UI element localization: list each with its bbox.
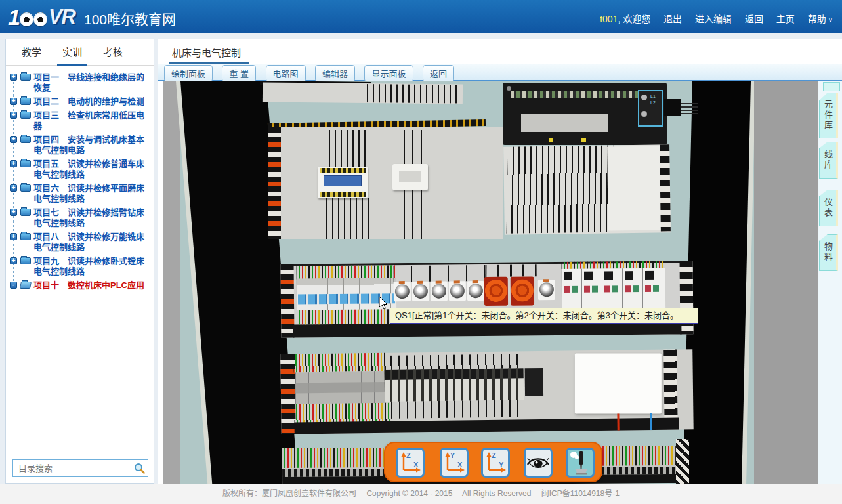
pushbutton[interactable] (467, 281, 484, 301)
terminal-blocks (385, 368, 524, 402)
expand-icon[interactable]: + (10, 74, 17, 81)
screw-terminal (641, 94, 647, 100)
pushbutton[interactable] (431, 282, 448, 301)
wires (322, 198, 370, 239)
tab-assessment[interactable]: 考核 (98, 45, 128, 64)
search-input[interactable] (12, 459, 148, 477)
screwdriver-icon (568, 450, 593, 476)
psu-label-l1: L1 (650, 94, 656, 98)
tree-item-project5[interactable]: +项目五 识读并检修普通车床电气控制线路 (10, 159, 150, 180)
wires (396, 190, 425, 239)
back-link[interactable]: 返回 (745, 14, 763, 24)
pushbutton[interactable] (394, 282, 411, 301)
plc-module: L1 L2 (503, 83, 667, 145)
enter-edit-link[interactable]: 进入编辑 (695, 14, 732, 24)
cabinet-black-column-right (683, 81, 751, 484)
emergency-stop-button[interactable] (511, 276, 534, 305)
expand-icon[interactable]: + (10, 184, 17, 192)
home-link[interactable]: 主页 (776, 14, 795, 24)
screw-terminal (641, 111, 647, 117)
view-zx-button[interactable]: Z X (396, 448, 425, 478)
svg-text:Z: Z (406, 452, 411, 459)
logout-link[interactable]: 退出 (663, 14, 682, 24)
scene-toolbar: 绘制面板 重 置 电路图 编辑器 显示面板 返回 (158, 64, 842, 81)
expand-icon[interactable]: + (10, 209, 17, 216)
tool-view-button[interactable] (566, 448, 595, 478)
display-panel-button[interactable]: 显示面板 (364, 65, 413, 82)
emergency-stop-button[interactable] (484, 277, 508, 306)
tree-item-project6[interactable]: +项目六 识读并检修平面磨床电气控制线路 (10, 183, 150, 204)
footer: 版权所有：厦门凤凰创壹软件有限公司 Copyright © 2014 - 201… (0, 484, 842, 504)
view-zy-button[interactable]: Z Y (481, 448, 510, 478)
led-indicator (549, 138, 553, 142)
small-relay (525, 368, 544, 396)
site-name: 100唯尔教育网 (84, 9, 176, 28)
screw (507, 86, 511, 91)
svg-text:X: X (413, 461, 419, 469)
expand-icon[interactable]: + (10, 98, 17, 105)
shelf-wires (362, 84, 461, 104)
eye-view-button[interactable] (524, 448, 553, 478)
pushbutton[interactable] (412, 282, 429, 301)
wire-duct (676, 439, 689, 484)
main-panel: 机床与电气控制 绘制面板 重 置 电路图 编辑器 显示面板 返回 (158, 39, 842, 484)
expand-icon[interactable]: + (10, 160, 17, 167)
tab-instruments[interactable]: 仪表 (819, 190, 838, 226)
expand-icon[interactable]: + (10, 136, 17, 143)
tab-stub[interactable] (823, 82, 840, 91)
sidebar-tabs: 教学 实训 考核 (6, 39, 154, 66)
chevron-down-icon[interactable]: ∨ (828, 16, 833, 24)
header-links: t001, 欢迎您 退出 进入编辑 返回 主页 帮助∨ (600, 12, 833, 25)
folder-icon (20, 136, 31, 143)
plc-wires (507, 145, 614, 233)
expand-icon[interactable]: + (10, 257, 17, 264)
tab-wire-library[interactable]: 线库 (819, 142, 838, 178)
logo[interactable]: 1 VR (8, 4, 75, 30)
tree-item-project7[interactable]: +项目七 识读并检修摇臂钻床电气控制线路 (10, 207, 150, 228)
tab-training[interactable]: 实训 (57, 45, 87, 66)
circuit-diagram-button[interactable]: 电路图 (266, 65, 306, 82)
wires (394, 265, 486, 282)
led-indicator (581, 138, 586, 142)
tree-item-project4[interactable]: +项目四 安装与调试机床基本电气控制电路 (10, 135, 150, 156)
breaker-plate (281, 261, 694, 337)
reset-button[interactable]: 重 置 (222, 65, 256, 82)
help-link[interactable]: 帮助 (808, 14, 826, 24)
top-shelf (263, 82, 463, 104)
relay-modules (295, 371, 387, 404)
pushbutton[interactable] (538, 280, 555, 300)
folder-icon (20, 257, 31, 264)
wires (294, 403, 391, 424)
pushbutton[interactable] (449, 281, 466, 301)
tree-item-project2[interactable]: +项目二 电动机的维护与检测 (10, 96, 150, 107)
tree-item-project9[interactable]: +项目九 识读并检修卧式镗床电气控制线路 (10, 256, 150, 277)
tree-item-project1[interactable]: +项目一 导线连接和绝缘层的恢复 (10, 72, 150, 93)
open-folder-icon (20, 282, 32, 289)
wires (385, 400, 524, 419)
editor-button[interactable]: 编辑器 (315, 65, 355, 82)
tab-materials[interactable]: 物料 (819, 234, 838, 271)
scene-viewport[interactable]: L1 L2 (163, 81, 818, 484)
draw-panel-button[interactable]: 绘制面板 (164, 65, 213, 82)
folder-icon (20, 209, 31, 216)
tab-teaching[interactable]: 教学 (16, 45, 47, 64)
header: 1 VR 100唯尔教育网 t001, 欢迎您 退出 进入编辑 返回 主页 帮助… (0, 0, 842, 33)
tree-item-project8[interactable]: +项目八 识读并检修万能铣床电气控制线路 (10, 232, 150, 253)
return-button[interactable]: 返回 (423, 65, 454, 82)
wires (293, 353, 387, 373)
tree-item-project3[interactable]: +项目三 检查机床常用低压电器 (10, 110, 150, 131)
search-icon[interactable] (134, 463, 145, 474)
wires (324, 130, 366, 168)
tree-item-project10[interactable]: -项目十 数控机床中PLC应用 (10, 280, 150, 291)
plc-terminal-strip (511, 91, 650, 98)
collapse-icon[interactable]: - (10, 282, 17, 289)
view-yx-button[interactable]: Y X (440, 448, 469, 478)
expand-icon[interactable]: + (10, 112, 17, 119)
relay-label (324, 175, 362, 186)
folder-icon (20, 160, 31, 167)
plc-lower-panel (503, 144, 671, 235)
tab-component-library[interactable]: 元件库 (819, 93, 838, 138)
wire-duct (663, 349, 677, 417)
expand-icon[interactable]: + (10, 233, 17, 240)
folder-icon (20, 184, 31, 192)
